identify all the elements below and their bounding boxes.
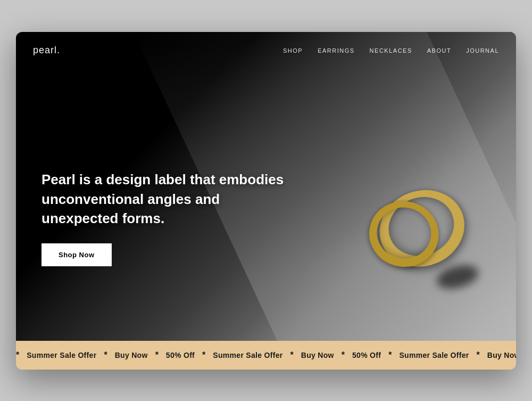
marquee-text-buy-1: Buy Now: [115, 351, 148, 359]
marquee-text-summer-3: Summer Sale Offer: [399, 351, 469, 359]
marquee-dot: *: [104, 350, 107, 360]
nav-links: SHOP EARRINGS NECKLACES ABOUT JOURNAL: [283, 45, 499, 55]
nav-item-necklaces[interactable]: NECKLACES: [370, 45, 412, 55]
marquee-dot: *: [16, 350, 19, 360]
browser-frame: pearl. SHOP EARRINGS NECKLACES ABOUT JOU…: [16, 32, 516, 370]
nav-item-shop[interactable]: SHOP: [283, 45, 303, 55]
marquee-dot: *: [290, 350, 293, 360]
marquee-dot: *: [388, 350, 392, 360]
nav-link-journal[interactable]: JOURNAL: [466, 47, 499, 54]
hero-section: pearl. SHOP EARRINGS NECKLACES ABOUT JOU…: [16, 32, 516, 341]
marquee-dot: *: [202, 350, 205, 360]
marquee-dot: *: [477, 350, 480, 360]
navigation: pearl. SHOP EARRINGS NECKLACES ABOUT JOU…: [16, 32, 516, 69]
marquee-bar: * Summer Sale Offer * Buy Now * 50% Off …: [16, 341, 516, 370]
hero-content: Pearl is a design label that embodies un…: [41, 170, 297, 266]
marquee-text-buy-2: Buy Now: [301, 351, 334, 359]
marquee-item: * Summer Sale Offer * Buy Now * 50% Off …: [16, 350, 516, 360]
nav-link-necklaces[interactable]: NECKLACES: [370, 47, 412, 54]
shop-now-button[interactable]: Shop Now: [41, 243, 112, 266]
nav-link-about[interactable]: ABOUT: [427, 47, 451, 54]
nav-link-shop[interactable]: SHOP: [283, 47, 303, 54]
marquee-track: * Summer Sale Offer * Buy Now * 50% Off …: [16, 350, 516, 360]
marquee-text-off-1: 50% Off: [166, 351, 195, 359]
hero-headline: Pearl is a design label that embodies un…: [41, 170, 297, 228]
marquee-text-summer-2: Summer Sale Offer: [213, 351, 282, 359]
nav-item-about[interactable]: ABOUT: [427, 45, 451, 55]
nav-item-earrings[interactable]: EARRINGS: [318, 45, 354, 55]
marquee-dot: *: [342, 350, 345, 360]
marquee-text-summer-1: Summer Sale Offer: [27, 351, 96, 359]
brand-logo[interactable]: pearl.: [33, 45, 60, 56]
jewelry-ring: [367, 181, 473, 277]
marquee-text-buy-3: Buy Now: [487, 351, 516, 359]
nav-link-earrings[interactable]: EARRINGS: [318, 47, 354, 54]
marquee-text-off-2: 50% Off: [352, 351, 381, 359]
marquee-dot: *: [155, 350, 159, 360]
nav-item-journal[interactable]: JOURNAL: [466, 45, 499, 55]
